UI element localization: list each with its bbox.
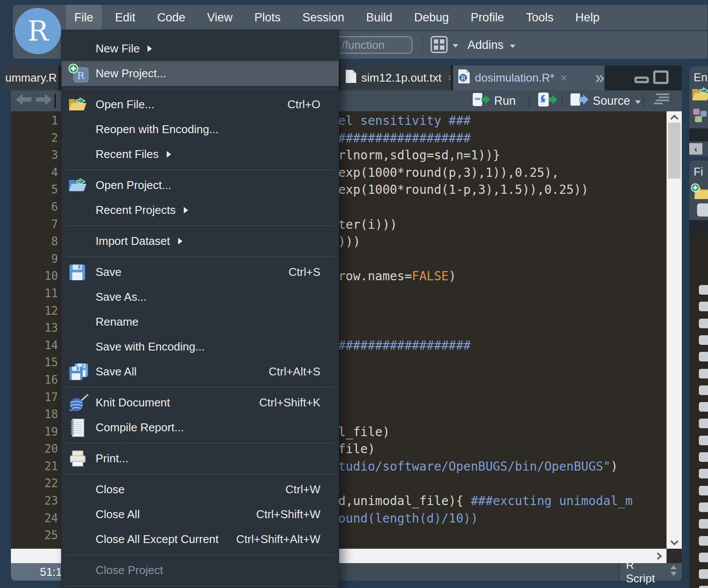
code-line-6[interactable] (338, 199, 667, 216)
code-line-7[interactable]: ter(i))) (338, 216, 667, 234)
scroll-up-icon[interactable] (667, 114, 682, 120)
menubar-item-profile[interactable]: Profile (462, 5, 512, 30)
menu-item-open-project[interactable]: Open Project... (62, 173, 339, 198)
select-all-checkbox[interactable] (697, 203, 708, 217)
menu-item-save[interactable]: SaveCtrl+S (62, 260, 339, 285)
file-checkbox[interactable] (699, 352, 708, 361)
code-line-16[interactable] (338, 371, 667, 389)
vertical-scroll-thumb[interactable] (668, 123, 681, 179)
back-button[interactable] (15, 93, 32, 109)
scroll-left-button[interactable]: ‹ (689, 143, 702, 155)
menubar-item-tools[interactable]: Tools (518, 5, 562, 30)
file-checkbox[interactable] (699, 385, 708, 395)
code-line-13[interactable] (338, 320, 667, 337)
scroll-down-icon[interactable] (667, 540, 682, 546)
file-checkbox[interactable] (699, 436, 708, 445)
file-checkbox[interactable] (699, 553, 708, 562)
menu-item-reopen-with-encoding[interactable]: Reopen with Encoding... (62, 117, 339, 142)
menu-item-knit-document[interactable]: Knit DocumentCtrl+Shift+K (62, 390, 339, 415)
document-outline-button[interactable] (652, 90, 670, 111)
file-checkbox[interactable] (699, 335, 708, 345)
code-line-17[interactable] (338, 389, 667, 406)
menubar-item-file[interactable]: File (66, 5, 102, 30)
tab-overflow-button[interactable]: » (588, 65, 609, 90)
menu-item-close-all-except-current[interactable]: Close All Except CurrentCtrl+Shift+Alt+W (62, 527, 339, 552)
file-checkbox[interactable] (699, 486, 708, 495)
addins-button[interactable]: Addins (467, 31, 516, 59)
code-line-14[interactable]: ################## (338, 337, 667, 354)
tab-summary-r[interactable]: ummary.R × (3, 65, 58, 90)
pane-minimize-button[interactable] (633, 71, 650, 86)
menu-item-recent-projects[interactable]: Recent Projects (62, 198, 339, 223)
rerun-button[interactable] (537, 90, 557, 111)
code-line-10[interactable]: row.names=FALSE) (338, 268, 667, 285)
file-checkbox[interactable] (699, 569, 708, 579)
goto-file-function-input[interactable] (336, 36, 412, 54)
code-line-2[interactable]: ################## (338, 130, 667, 147)
menubar-item-plots[interactable]: Plots (246, 5, 289, 30)
file-checkbox[interactable] (699, 319, 708, 328)
code-line-21[interactable]: tudio/software/OpenBUGS/bin/OpenBUGS") (338, 458, 667, 475)
file-checkbox[interactable] (699, 369, 708, 378)
pane-maximize-button[interactable] (652, 71, 670, 86)
code-line-11[interactable] (338, 285, 667, 303)
load-workspace-icon[interactable] (692, 87, 708, 104)
file-checkbox[interactable] (699, 536, 708, 546)
file-checkbox[interactable] (699, 285, 708, 295)
code-line-9[interactable] (338, 251, 667, 268)
code-line-15[interactable] (338, 354, 667, 371)
file-checkbox[interactable] (699, 452, 708, 462)
code-line-18[interactable] (338, 406, 667, 423)
dataset-grid-icon[interactable] (692, 107, 708, 126)
pane-layout-caret-icon[interactable] (452, 42, 459, 50)
file-checkbox[interactable] (699, 502, 708, 512)
code-line-12[interactable] (338, 303, 667, 320)
file-checkbox[interactable] (699, 519, 708, 529)
code-line-20[interactable]: file) (338, 440, 667, 458)
menu-item-save-with-encoding[interactable]: Save with Encoding... (62, 334, 339, 359)
code-line-19[interactable]: l_file) (338, 423, 667, 441)
vertical-scrollbar[interactable] (667, 111, 682, 549)
code-line-24[interactable]: ound(length(d)/10)) (338, 510, 667, 527)
menu-item-print[interactable]: Print... (62, 446, 339, 471)
run-button[interactable]: Run (472, 90, 516, 111)
menubar-item-debug[interactable]: Debug (406, 5, 457, 30)
code-line-8[interactable]: ))) (338, 233, 667, 251)
menubar-item-help[interactable]: Help (567, 5, 608, 30)
menu-item-compile-report[interactable]: Compile Report... (62, 415, 339, 440)
tab-sim12-out[interactable]: sim12.1p.out.txt × (340, 65, 450, 90)
source-button[interactable]: Source (570, 90, 642, 111)
file-type-selector[interactable]: R Script (619, 563, 682, 581)
pane-layout-button[interactable] (430, 36, 448, 55)
file-checkbox[interactable] (699, 586, 708, 588)
menu-item-recent-files[interactable]: Recent Files (62, 142, 339, 167)
code-line-5[interactable]: exp(1000*round(1-p,3),1.5)),0.25)) (338, 181, 667, 199)
code-line-22[interactable] (338, 475, 667, 492)
menu-item-close-all[interactable]: Close AllCtrl+Shift+W (62, 502, 339, 527)
code-line-3[interactable]: rlnorm,sdlog=sd,n=1))} (338, 147, 667, 164)
code-line-23[interactable]: d,unimodal_file){ ###excuting unimodal_m (338, 492, 667, 510)
menu-item-open-file[interactable]: Open File...Ctrl+O (62, 92, 339, 117)
file-checkbox[interactable] (699, 402, 708, 412)
menu-item-save-all[interactable]: Save AllCtrl+Alt+S (62, 359, 339, 384)
menu-item-close[interactable]: CloseCtrl+W (62, 477, 339, 502)
code-line-1[interactable]: el sensitivity ### (338, 112, 667, 130)
tab-close-icon[interactable]: × (448, 71, 450, 85)
menu-item-import-dataset[interactable]: Import Dataset (62, 229, 339, 254)
menubar-item-session[interactable]: Session (294, 5, 353, 30)
menu-item-new-file[interactable]: New File (62, 36, 339, 61)
new-folder-icon[interactable] (691, 183, 708, 202)
code-line-25[interactable] (338, 527, 667, 544)
file-checkbox[interactable] (699, 419, 708, 428)
menu-item-rename[interactable]: Rename (62, 309, 339, 334)
file-checkbox[interactable] (699, 469, 708, 478)
tab-files[interactable]: Fi (694, 165, 703, 179)
tab-close-icon[interactable]: × (560, 71, 567, 85)
menubar-item-view[interactable]: View (199, 5, 241, 30)
menubar-item-build[interactable]: Build (358, 5, 401, 30)
tab-dosimulation-r[interactable]: R dosimulation.R* × (453, 65, 605, 90)
menu-item-save-as[interactable]: Save As... (62, 285, 339, 309)
menu-item-new-project[interactable]: RNew Project... (62, 61, 339, 86)
menubar-item-code[interactable]: Code (149, 5, 194, 30)
menubar-item-edit[interactable]: Edit (107, 5, 144, 30)
